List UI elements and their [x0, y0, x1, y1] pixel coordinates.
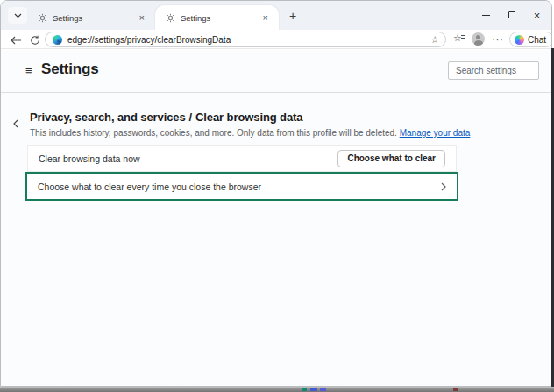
taskbar-sliver [0, 387, 554, 392]
chevron-left-icon [13, 119, 18, 128]
chat-label: Chat [528, 35, 546, 45]
breadcrumb-back-button[interactable] [13, 116, 18, 132]
profile-avatar[interactable] [472, 32, 485, 46]
taskbar-icon-sliver [302, 388, 307, 391]
tab-strip: Settings × Settings × + × [1, 1, 551, 30]
browser-window: Settings × Settings × + × [0, 0, 552, 387]
gear-icon [166, 13, 175, 23]
tab-label: Settings [53, 13, 136, 23]
settings-content: Privacy, search, and services/Clear brow… [1, 93, 551, 387]
tab-settings-1[interactable]: Settings × [27, 5, 155, 30]
breadcrumb-separator: / [186, 110, 196, 124]
clear-browsing-data-now-row: Clear browsing data now Choose what to c… [27, 145, 457, 172]
back-button[interactable] [9, 32, 24, 47]
refresh-icon [30, 35, 40, 46]
row-label: Clear browsing data now [39, 153, 140, 164]
description-text: This includes history, passwords, cookie… [30, 128, 397, 138]
tab-label: Settings [181, 13, 259, 23]
url-text[interactable]: edge://settings/privacy/clearBrowsingDat… [67, 35, 427, 45]
back-arrow-icon [11, 36, 22, 45]
favorites-hub-button[interactable]: ☆ [453, 33, 462, 43]
page-title: Settings [41, 61, 98, 78]
browser-toolbar: edge://settings/privacy/clearBrowsingDat… [1, 30, 551, 49]
chat-button[interactable]: Chat [509, 32, 552, 47]
minimize-icon [482, 15, 490, 16]
more-menu-button[interactable]: ··· [490, 32, 506, 46]
row-label: Choose what to clear every time you clos… [38, 182, 261, 192]
chevron-down-icon [14, 13, 22, 18]
avatar-head [476, 35, 480, 39]
address-bar[interactable]: edge://settings/privacy/clearBrowsingDat… [45, 32, 446, 47]
favorites-lines-icon [461, 35, 465, 40]
favorite-star-icon[interactable]: ☆ [430, 35, 439, 45]
page-description: This includes history, passwords, cookie… [30, 128, 470, 138]
taskbar-icon-sliver [320, 388, 326, 391]
avatar-body [474, 40, 483, 46]
tab-close-icon[interactable]: × [259, 12, 272, 24]
minimize-button[interactable] [473, 1, 499, 29]
chevron-right-icon [441, 179, 446, 195]
edge-logo-icon [53, 35, 62, 45]
maximize-button[interactable] [499, 1, 524, 29]
breadcrumb-parent-link[interactable]: Privacy, search, and services [30, 110, 186, 124]
breadcrumb: Privacy, search, and services/Clear brow… [30, 110, 302, 124]
copilot-icon [515, 35, 524, 45]
gear-icon [38, 13, 47, 23]
close-window-button[interactable]: × [524, 1, 550, 29]
settings-header: ≡ Settings [1, 50, 551, 93]
choose-what-to-clear-button[interactable]: Choose what to clear [337, 150, 445, 167]
search-settings-input[interactable] [448, 61, 539, 80]
clear-on-close-row[interactable]: Choose what to clear every time you clos… [25, 172, 458, 201]
tab-close-icon[interactable]: × [136, 12, 148, 24]
tab-actions-button[interactable] [8, 7, 27, 24]
new-tab-button[interactable]: + [285, 8, 301, 24]
hamburger-menu-icon[interactable]: ≡ [25, 64, 32, 77]
breadcrumb-current: Clear browsing data [195, 110, 302, 124]
taskbar-icon-sliver [310, 388, 317, 391]
manage-your-data-link[interactable]: Manage your data [400, 128, 471, 138]
maximize-icon [508, 11, 515, 18]
refresh-button[interactable] [27, 32, 42, 47]
tab-settings-2[interactable]: Settings × [155, 5, 279, 30]
window-controls: × [473, 1, 550, 29]
taskbar-icon-sliver [453, 388, 458, 391]
